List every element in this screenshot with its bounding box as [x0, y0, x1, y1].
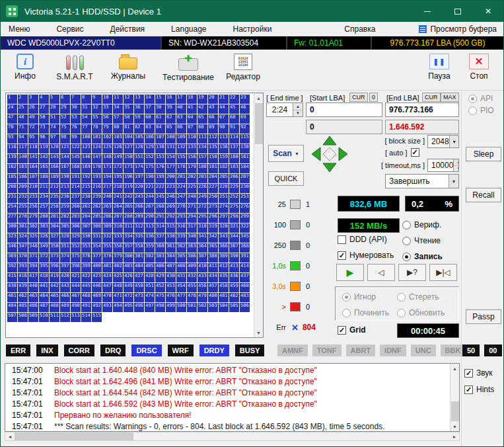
spin-down-icon[interactable]: ▼	[293, 110, 303, 117]
scroll-up-icon[interactable]: ▲	[450, 364, 459, 373]
app-icon	[6, 5, 18, 17]
spinner-arrows[interactable]: ▲ ▼	[453, 159, 459, 171]
seek-button[interactable]: ▶?	[398, 264, 426, 281]
numerate-option[interactable]: ✓ Нумеровать	[338, 251, 394, 260]
journals-button[interactable]: Журналы	[105, 52, 151, 81]
spinner-arrows[interactable]: ▲ ▼	[293, 103, 303, 116]
dropdown-icon[interactable]: ▼	[449, 136, 459, 147]
close-button[interactable]: ✕	[473, 1, 503, 22]
menu-item-6[interactable]: Справка	[344, 24, 375, 34]
test-block: 230	[240, 184, 250, 193]
grid-checkbox[interactable]: ✓	[338, 326, 346, 335]
menu-item-5[interactable]: Настройки	[233, 24, 272, 34]
stop-button[interactable]: ✕ Стоп	[460, 52, 497, 81]
passport-button[interactable]: Passp	[466, 309, 501, 324]
test-block: 476	[166, 293, 176, 302]
hints-option[interactable]: ✓ Hints	[464, 385, 494, 394]
test-block: 43	[208, 104, 218, 114]
test-block: 512	[60, 313, 70, 322]
end-lba-input[interactable]: 976.773.166	[385, 102, 459, 117]
remap-radio-2: Стереть	[397, 292, 452, 302]
test-block: 113	[219, 134, 229, 143]
log-horizontal-scrollbar[interactable]: ◄ ►	[5, 432, 460, 441]
log-panel[interactable]: 15:47:00Block start at 1.640.448 (840 MB…	[5, 363, 460, 432]
spin-up-icon[interactable]: ▲	[454, 159, 459, 166]
end-max-button[interactable]: MAX	[441, 93, 459, 102]
timeout-spinner[interactable]: 10000 ▲ ▼	[427, 159, 459, 172]
step-back-button[interactable]: ◁	[367, 264, 395, 281]
buffer-view-button[interactable]: Просмотр буфера	[419, 24, 497, 34]
numerate-checkbox[interactable]: ✓	[338, 251, 346, 260]
spin-up-icon[interactable]: ▲	[293, 103, 303, 110]
test-block: 486	[28, 303, 38, 312]
radio-label: Починить	[354, 308, 389, 317]
legend-color-swatch	[290, 302, 301, 311]
test-block: 372	[39, 253, 49, 263]
sleep-button[interactable]: Sleep	[466, 147, 501, 161]
menu-item-1[interactable]: Меню	[9, 24, 30, 34]
sound-checkbox[interactable]: ✓	[464, 369, 473, 378]
test-block: 251	[219, 194, 229, 203]
legend-row-3: 2500	[266, 240, 316, 251]
test-block: 154	[166, 154, 176, 163]
test-block: 398	[71, 263, 81, 272]
dropdown-icon[interactable]: ▼	[449, 175, 458, 188]
quick-button[interactable]: QUICK	[268, 171, 304, 186]
stop-icon: ✕	[469, 54, 489, 69]
grid-label: Grid	[349, 325, 366, 335]
test-block: 142	[39, 154, 49, 163]
grid-scrollbar[interactable]: ▲ ▼	[254, 93, 263, 337]
start-lba-input[interactable]: 0	[306, 102, 382, 117]
ddd-checkbox[interactable]	[338, 235, 346, 244]
recall-button[interactable]: Recall	[466, 188, 501, 202]
scroll-down-icon[interactable]: ▼	[450, 422, 459, 431]
end-time-spinner[interactable]: 2:24 ▲ ▼	[266, 102, 303, 117]
testing-button[interactable]: + Тестирование	[158, 52, 219, 82]
test-block: 219	[124, 184, 133, 193]
editor-button[interactable]: 01010 11001 10100 Редактор	[221, 52, 265, 81]
navigation-pad[interactable]	[310, 134, 349, 174]
test-block: 424	[102, 273, 112, 282]
log-vertical-scrollbar[interactable]: ▲ ▼	[450, 364, 459, 431]
minimize-button[interactable]	[412, 1, 443, 22]
test-block: 490	[71, 303, 81, 312]
end-cur-button[interactable]: CUR	[422, 93, 441, 102]
log-scroll-thumb[interactable]	[451, 401, 459, 421]
test-block: 109	[176, 134, 186, 143]
start-cur-button[interactable]: CUR	[349, 93, 368, 102]
scroll-right-icon[interactable]: ►	[450, 432, 459, 440]
on-end-action-select[interactable]: Завершить ▼	[385, 174, 459, 188]
scroll-up-icon[interactable]: ▲	[254, 93, 263, 102]
stop-label: Стоп	[460, 71, 497, 81]
scroll-left-icon[interactable]: ◄	[5, 432, 15, 440]
smart-button[interactable]: S.M.A.R.T	[50, 52, 100, 81]
mode-radio-3[interactable]: Запись	[402, 249, 443, 264]
info-button[interactable]: i Инфо	[7, 52, 43, 81]
ddd-api-option[interactable]: DDD (API)	[338, 235, 387, 244]
log-hscroll-thumb[interactable]	[15, 432, 133, 440]
scroll-down-icon[interactable]: ▼	[254, 328, 263, 337]
test-block: 450	[134, 283, 144, 292]
play-button[interactable]: ▶	[336, 264, 364, 281]
spin-down-icon[interactable]: ▼	[454, 166, 459, 172]
mode-radio-1[interactable]: Вериф.	[402, 217, 443, 233]
sound-option[interactable]: ✓ Звук	[464, 368, 493, 378]
hints-checkbox[interactable]: ✓	[464, 386, 473, 394]
seek-end-button[interactable]: ▶|◁	[429, 264, 457, 281]
grid-scroll-thumb[interactable]	[255, 103, 263, 144]
device-model[interactable]: WDC WD5000LPVX-22V0TT0	[1, 36, 162, 50]
menu-item-2[interactable]: Сервис	[56, 24, 83, 34]
radio-label: Стереть	[409, 292, 439, 302]
mode-radio-2[interactable]: Чтение	[402, 233, 443, 249]
grid-option[interactable]: ✓ Grid	[338, 325, 366, 335]
maximize-button[interactable]	[443, 1, 473, 22]
pause-button[interactable]: ❚❚ Пауза	[422, 52, 456, 81]
scan-button[interactable]: Scan ▼	[268, 145, 304, 162]
test-block: 273	[208, 204, 218, 213]
auto-checkbox[interactable]: ✓	[411, 148, 419, 157]
start-zero-button[interactable]: 0	[369, 93, 378, 102]
menu-item-4[interactable]: Language	[171, 24, 206, 34]
test-block: 139	[7, 154, 17, 163]
menu-item-3[interactable]: Действия	[110, 24, 145, 34]
block-size-select[interactable]: 2048 ▼	[427, 135, 459, 148]
